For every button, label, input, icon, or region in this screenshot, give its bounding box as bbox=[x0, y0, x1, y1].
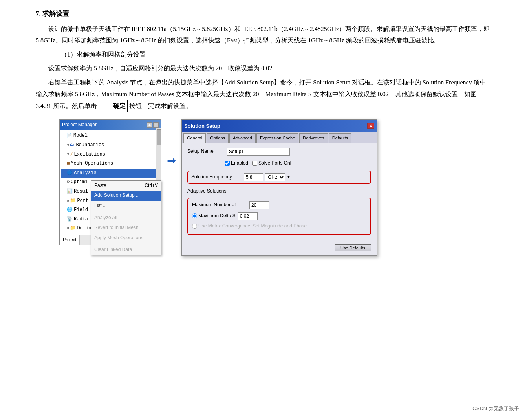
tree-item-analysis[interactable]: 🔵 Analysis bbox=[61, 169, 159, 178]
pm-tab-project[interactable]: Project bbox=[60, 235, 80, 245]
mesh-icon: ▦ bbox=[67, 160, 70, 168]
ctx-paste[interactable]: Paste Ctrl+V bbox=[91, 181, 161, 191]
ctx-sep-2 bbox=[91, 244, 161, 244]
expand-icon-definiti: ⊞ bbox=[67, 226, 69, 232]
ctx-paste-shortcut: Ctrl+V bbox=[145, 182, 158, 190]
max-passes-input[interactable] bbox=[249, 201, 269, 209]
ctx-apply-mesh: Apply Mesh Operations bbox=[91, 233, 161, 243]
max-delta-s-radio-item[interactable]: Maximum Delta S bbox=[192, 212, 236, 220]
para-1: 设计的微带单极子天线工作在 IEEE 802.11a（5.15GHz～5.825… bbox=[36, 23, 491, 46]
tree-item-excitations[interactable]: ⊞ ⚡ Excitations bbox=[61, 150, 159, 160]
context-menu: Paste Ctrl+V Add Solution Setup... List.… bbox=[91, 180, 161, 255]
ctx-paste-label: Paste bbox=[94, 183, 106, 188]
section-heading: 求解设置 bbox=[42, 10, 69, 17]
ctx-analyze-all-label: Analyze All bbox=[94, 215, 117, 220]
ctx-apply-mesh-label: Apply Mesh Operations bbox=[94, 235, 143, 240]
freq-dropdown-icon[interactable]: ▼ bbox=[287, 174, 291, 181]
result-icon: 📊 bbox=[67, 187, 73, 196]
para-4-end: 按钮，完成求解设置。 bbox=[129, 103, 192, 109]
solve-ports-checkbox[interactable] bbox=[252, 161, 257, 166]
pm-titlebar: Project Manager ▲ × bbox=[60, 120, 161, 130]
max-delta-s-input[interactable] bbox=[238, 212, 258, 220]
ctx-list[interactable]: List... bbox=[91, 201, 161, 211]
section-title: 7. 求解设置 bbox=[36, 8, 491, 20]
enabled-checkbox[interactable] bbox=[225, 161, 230, 166]
figure-area: Project Manager ▲ × 📄 Model ⊞ 🗂 bbox=[36, 119, 491, 256]
field-label: Field bbox=[74, 206, 88, 215]
solution-freq-input[interactable] bbox=[244, 173, 264, 181]
ctx-revert: Revert to Initial Mesh bbox=[91, 223, 161, 233]
project-manager-container: Project Manager ▲ × 📄 Model ⊞ 🗂 bbox=[59, 119, 161, 245]
adaptive-solutions-label: Adaptive Solutions bbox=[187, 188, 226, 194]
model-icon: 📄 bbox=[67, 132, 72, 140]
adaptive-solutions-label-row: Adaptive Solutions bbox=[187, 187, 371, 196]
para-2: （1）求解频率和网格剖分设置 bbox=[36, 49, 491, 61]
dialog-body: Setup Name: Enabled Solve Ports Onl bbox=[182, 143, 377, 242]
tab-defaults[interactable]: Defaults bbox=[329, 133, 351, 143]
ctx-add-solution[interactable]: Add Solution Setup... bbox=[91, 191, 161, 201]
pm-titlebar-buttons[interactable]: ▲ × bbox=[147, 122, 159, 128]
tab-derivatives[interactable]: Derivatives bbox=[299, 133, 328, 143]
ctx-list-label: List... bbox=[94, 203, 106, 208]
use-matrix-radio[interactable] bbox=[192, 224, 197, 229]
definiti-icon: 📁 bbox=[70, 224, 76, 233]
csdn-watermark: CSDN @无敌了孩子 bbox=[472, 405, 519, 412]
dialog-titlebar: Solution Setup ✕ bbox=[182, 120, 377, 132]
tab-advanced[interactable]: Advanced bbox=[229, 133, 256, 143]
tab-options[interactable]: Options bbox=[207, 133, 229, 143]
tree-item-mesh[interactable]: ▦ Mesh Operations bbox=[61, 159, 159, 169]
radia-icon: 📡 bbox=[67, 215, 73, 224]
freq-unit-select[interactable]: GHz MHz THz bbox=[265, 173, 285, 181]
pm-title: Project Manager bbox=[62, 121, 97, 129]
use-matrix-row: Use Matrix Convergence Set Magnitude and… bbox=[192, 222, 366, 231]
setup-name-row: Setup Name: bbox=[187, 147, 371, 156]
article-body: 7. 求解设置 设计的微带单极子天线工作在 IEEE 802.11a（5.15G… bbox=[36, 8, 491, 256]
pm-close-btn[interactable]: × bbox=[153, 122, 159, 128]
dialog-footer: Use Defaults bbox=[182, 242, 377, 255]
use-defaults-button[interactable]: Use Defaults bbox=[335, 244, 371, 251]
arrow-container: ➡ bbox=[161, 119, 181, 171]
ctx-clear-linked: Clear Linked Data bbox=[91, 245, 161, 255]
use-matrix-label: Use Matrix Convergence bbox=[198, 222, 250, 231]
tree-item-boundaries[interactable]: ⊞ 🗂 Boundaries bbox=[61, 141, 159, 150]
tab-general[interactable]: General bbox=[183, 133, 206, 143]
solve-ports-label: Solve Ports Onl bbox=[258, 159, 291, 168]
max-passes-label: Maximum Number of bbox=[192, 201, 247, 209]
radia-label: Radia bbox=[74, 215, 88, 224]
solution-frequency-row: Solution Frequency GHz MHz THz ▼ bbox=[187, 171, 371, 184]
max-delta-s-row: Maximum Delta S bbox=[192, 212, 366, 220]
boundaries-label: Boundaries bbox=[76, 141, 104, 150]
boundaries-icon: 🗂 bbox=[70, 141, 75, 150]
analysis-label: Analysis bbox=[74, 169, 97, 178]
port-icon: 📁 bbox=[70, 197, 76, 205]
para-3: 设置求解频率为 5.8GHz，自适应网格剖分的最大迭代次数为 20，收敛误差为 … bbox=[36, 62, 491, 74]
adaptive-solutions-box: Maximum Number of Maximum Delta S bbox=[187, 198, 371, 235]
setup-name-input[interactable] bbox=[227, 148, 290, 156]
section-number: 7. bbox=[36, 10, 41, 17]
pm-scroll-thumb[interactable] bbox=[157, 129, 161, 145]
ctx-revert-label: Revert to Initial Mesh bbox=[94, 225, 139, 230]
solution-freq-label: Solution Frequency bbox=[191, 173, 242, 182]
port-label: Port bbox=[77, 197, 88, 205]
para-4: 右键单击工程树下的 Analysis 节点，在弹出的快捷菜单中选择【Add So… bbox=[36, 77, 491, 112]
enabled-label: Enabled bbox=[231, 159, 248, 168]
max-delta-s-radio[interactable] bbox=[192, 213, 197, 218]
solve-ports-checkbox-item[interactable]: Solve Ports Onl bbox=[252, 159, 291, 168]
dialog-close-button[interactable]: ✕ bbox=[367, 123, 374, 129]
excitations-label: Excitations bbox=[74, 150, 105, 159]
tab-expression-cache[interactable]: Expression Cache bbox=[256, 133, 298, 143]
result-label: Resul bbox=[74, 187, 88, 196]
setup-name-label: Setup Name: bbox=[187, 147, 225, 156]
max-passes-row: Maximum Number of bbox=[192, 201, 366, 209]
pm-pin-btn[interactable]: ▲ bbox=[147, 122, 152, 128]
set-magnitude-label[interactable]: Set Magnitude and Phase bbox=[253, 222, 307, 231]
arrow-icon: ➡ bbox=[167, 151, 176, 171]
confirm-button-inline[interactable]: 确定 bbox=[99, 100, 128, 112]
dialog-tabs: General Options Advanced Expression Cach… bbox=[182, 132, 377, 143]
use-matrix-radio-item[interactable]: Use Matrix Convergence bbox=[192, 222, 250, 231]
optimi-label: Optimi bbox=[71, 178, 88, 187]
dialog-title: Solution Setup bbox=[184, 121, 220, 130]
tree-item-model[interactable]: 📄 Model bbox=[61, 131, 159, 141]
excitations-icon: ⚡ bbox=[70, 150, 73, 159]
enabled-checkbox-item[interactable]: Enabled bbox=[225, 159, 248, 168]
